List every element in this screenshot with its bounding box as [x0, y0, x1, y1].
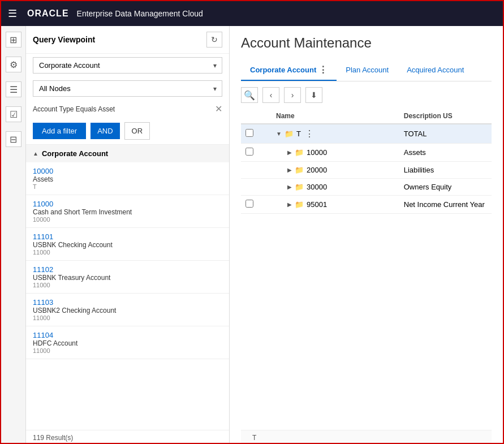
- item-parent: 11000: [33, 282, 222, 288]
- row-pin-cell: [241, 196, 258, 214]
- tab-menu-icon[interactable]: ⋮: [318, 64, 328, 75]
- filter-text: Account Type Equals Asset: [33, 105, 212, 113]
- node-filter-dropdown-wrapper: All Nodes Leaf Nodes Branch Nodes: [33, 80, 222, 97]
- col-name-header: Name: [272, 109, 399, 124]
- nav-icon-check[interactable]: ☑: [6, 106, 21, 122]
- node-name: 30000: [307, 183, 327, 191]
- row-kebab-menu[interactable]: ⋮: [303, 128, 316, 139]
- row-check-cell: [258, 179, 272, 196]
- main-layout: ⊞ ⚙ ☰ ☑ ⊟ Query Viewpoint ↻ Corporate Ac…: [1, 26, 503, 444]
- table-row: ▶ 📁 10000 Assets: [241, 144, 492, 162]
- list-item[interactable]: 11101 USBNK Checking Account 11000: [26, 228, 229, 261]
- item-parent: 10000: [33, 216, 222, 223]
- query-viewpoint-title: Query Viewpoint: [33, 35, 202, 44]
- item-code: 11000: [33, 200, 222, 208]
- item-code: 11102: [33, 265, 222, 274]
- folder-icon: 📁: [295, 148, 304, 157]
- row-name-cell: ▶ 📁 20000: [272, 162, 399, 179]
- row-pin-cell: [241, 124, 258, 144]
- add-filter-button[interactable]: Add a filter: [33, 123, 86, 139]
- row-pin-cell: [241, 162, 258, 179]
- node-name: 20000: [307, 166, 327, 174]
- and-button[interactable]: AND: [91, 123, 119, 139]
- item-parent: T: [33, 183, 222, 190]
- row-check-cell: [258, 124, 272, 144]
- query-viewpoint-header: Query Viewpoint ↻: [26, 26, 229, 54]
- bottom-status-bar: T: [241, 430, 492, 444]
- list-item[interactable]: 11000 Cash and Short Term Investment 100…: [26, 195, 229, 228]
- node-name-cell: ▶ 📁 20000: [276, 166, 395, 174]
- search-button[interactable]: 🔍: [241, 87, 258, 103]
- row-pin-checkbox[interactable]: [245, 148, 253, 156]
- table-row: ▶ 📁 20000 Liabilities: [241, 162, 492, 179]
- node-name: 10000: [307, 148, 327, 157]
- node-filter-dropdown[interactable]: All Nodes Leaf Nodes Branch Nodes: [33, 80, 222, 97]
- item-parent: 11000: [33, 314, 222, 321]
- row-name-cell: ▶ 📁 95001: [272, 196, 399, 214]
- item-name: USBNK Treasury Account: [33, 274, 222, 282]
- item-code: 11104: [33, 331, 222, 339]
- tab-acquired-account[interactable]: Acquired Account: [398, 61, 473, 80]
- nav-icon-list[interactable]: ☰: [6, 81, 21, 97]
- hamburger-menu-icon[interactable]: ☰: [8, 7, 17, 20]
- tab-plan-account[interactable]: Plan Account: [337, 61, 398, 80]
- refresh-button[interactable]: ↻: [206, 32, 222, 48]
- row-desc-cell: Net Income Current Year: [399, 196, 492, 214]
- item-name: HDFC Account: [33, 339, 222, 347]
- table-header-row: Name Description US: [241, 109, 492, 124]
- tab-corporate-account[interactable]: Corporate Account ⋮: [241, 60, 337, 81]
- list-item[interactable]: 11102 USBNK Treasury Account 11000: [26, 261, 229, 294]
- next-button[interactable]: ›: [284, 87, 301, 103]
- prev-button[interactable]: ‹: [262, 87, 279, 103]
- table-row: ▶ 📁 30000 Owners Equity: [241, 179, 492, 196]
- download-button[interactable]: ⬇: [305, 87, 322, 103]
- list-item[interactable]: 10000 Assets T: [26, 162, 229, 195]
- row-check-cell: [258, 196, 272, 214]
- filter-remove-button[interactable]: ✕: [215, 104, 222, 114]
- col-check-header: [258, 109, 272, 124]
- table-row: ▶ 📁 95001 Net Income Current Year: [241, 196, 492, 214]
- bottom-status-text: T: [252, 434, 256, 442]
- right-panel: Account Maintenance Corporate Account ⋮ …: [230, 26, 503, 444]
- row-pin-checkbox[interactable]: [245, 129, 253, 137]
- folder-icon: 📁: [295, 166, 304, 174]
- icon-sidebar: ⊞ ⚙ ☰ ☑ ⊟: [1, 26, 26, 444]
- folder-icon: 📁: [295, 183, 304, 191]
- folder-icon: 📁: [285, 130, 294, 138]
- list-item[interactable]: 11103 USBNK2 Checking Account 11000: [26, 294, 229, 326]
- expand-icon[interactable]: ▶: [287, 184, 292, 190]
- expand-icon[interactable]: ▶: [287, 149, 292, 156]
- item-parent: 11000: [33, 249, 222, 256]
- node-name: 95001: [307, 200, 327, 209]
- collapse-icon[interactable]: ▼: [276, 131, 282, 137]
- results-list: ▲ Corporate Account 10000 Assets T 11000…: [26, 144, 229, 430]
- item-name: Assets: [33, 175, 222, 183]
- row-name-cell: ▶ 📁 10000: [272, 144, 399, 162]
- viewpoint-dropdown[interactable]: Corporate Account Plan Account Acquired …: [33, 57, 222, 74]
- nav-icon-compare[interactable]: ⊟: [6, 131, 21, 147]
- row-desc-cell: Owners Equity: [399, 179, 492, 196]
- row-pin-cell: [241, 179, 258, 196]
- row-pin-checkbox[interactable]: [245, 200, 253, 208]
- expand-icon[interactable]: ▶: [287, 167, 292, 173]
- collapse-group-icon[interactable]: ▲: [33, 150, 38, 157]
- list-item[interactable]: 11104 HDFC Account 11000: [26, 326, 229, 359]
- row-check-cell: [258, 162, 272, 179]
- top-navigation-bar: ☰ ORACLE Enterprise Data Management Clou…: [1, 1, 503, 26]
- app-title: Enterprise Data Management Cloud: [77, 9, 203, 18]
- expand-icon[interactable]: ▶: [287, 201, 292, 208]
- item-parent: 11000: [33, 347, 222, 354]
- tab-acquired-label: Acquired Account: [407, 66, 464, 74]
- row-desc-cell: TOTAL: [399, 124, 492, 144]
- results-group-header: ▲ Corporate Account: [26, 145, 229, 162]
- node-name: T: [296, 130, 301, 138]
- nav-icon-filter[interactable]: ⚙: [6, 57, 21, 72]
- row-pin-cell: [241, 144, 258, 162]
- results-group-label: Corporate Account: [42, 149, 108, 158]
- item-name: USBNK2 Checking Account: [33, 307, 222, 314]
- table-row: ▼ 📁 T ⋮ TOTAL: [241, 124, 492, 144]
- nav-icon-grid[interactable]: ⊞: [6, 32, 21, 48]
- item-code: 10000: [33, 167, 222, 175]
- item-name: USBNK Checking Account: [33, 241, 222, 249]
- or-button[interactable]: OR: [124, 122, 150, 140]
